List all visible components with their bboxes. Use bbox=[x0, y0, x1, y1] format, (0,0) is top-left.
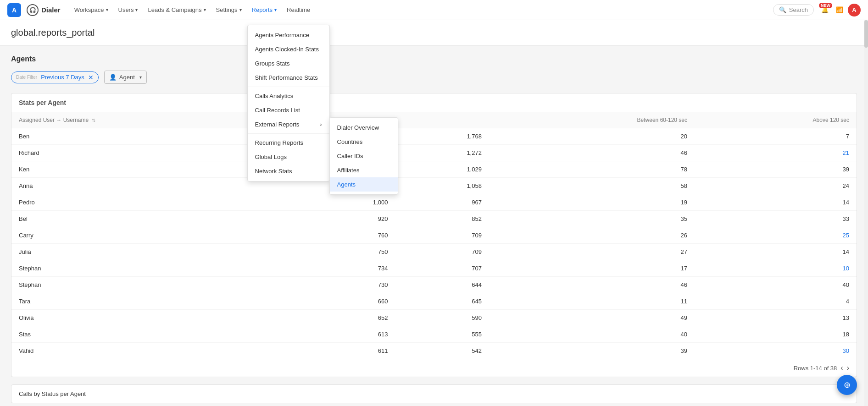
menu-item-recurring-reports[interactable]: Recurring Reports bbox=[248, 136, 329, 150]
chevron-down-icon: ▾ bbox=[135, 7, 138, 12]
table-row: Stephan 730 644 46 40 bbox=[11, 277, 857, 293]
cell-above: 33 bbox=[695, 211, 857, 227]
cell-between: 26 bbox=[489, 227, 695, 244]
nav-item-settings[interactable]: Settings ▾ bbox=[211, 5, 246, 15]
search-icon: 🔍 bbox=[779, 6, 786, 13]
submenu-agents[interactable]: Agents bbox=[330, 177, 398, 192]
pagination: Rows 1-14 of 38 ‹ › bbox=[11, 359, 857, 377]
cell-total: 1,000 bbox=[301, 194, 395, 211]
cell-name: Vahid bbox=[11, 343, 301, 359]
table-row: Carry 760 709 26 25 bbox=[11, 227, 857, 244]
menu-item-global-logs[interactable]: Global Logs bbox=[248, 150, 329, 164]
cell-above: 30 bbox=[695, 343, 857, 359]
menu-item-shift-performance[interactable]: Shift Performance Stats bbox=[248, 71, 329, 85]
table-row: Bel 920 852 35 33 bbox=[11, 211, 857, 227]
cell-col3: 707 bbox=[395, 260, 489, 277]
menu-item-agents-clocked-in[interactable]: Agents Clocked-In Stats bbox=[248, 42, 329, 56]
cell-above: 4 bbox=[695, 293, 857, 310]
submenu-affiliates[interactable]: Affiliates bbox=[330, 163, 398, 177]
cell-above: 14 bbox=[695, 194, 857, 211]
chevron-down-icon: ▾ bbox=[139, 75, 142, 80]
menu-item-network-stats[interactable]: Network Stats bbox=[248, 164, 329, 178]
table-row: Pedro 1,000 967 19 14 bbox=[11, 194, 857, 211]
menu-item-external-reports[interactable]: External Reports › Dialer Overview Count… bbox=[248, 117, 329, 132]
cell-total: 730 bbox=[301, 277, 395, 293]
cell-above: 13 bbox=[695, 310, 857, 326]
date-filter-label: Date Filter bbox=[16, 75, 37, 80]
col-3 bbox=[395, 112, 489, 128]
fab-button[interactable]: ⊕ bbox=[837, 375, 857, 395]
cell-col3: 852 bbox=[395, 211, 489, 227]
calls-status-label: Calls by Status per Agent bbox=[19, 390, 86, 397]
submenu-countries[interactable]: Countries bbox=[330, 135, 398, 149]
cell-above: 24 bbox=[695, 178, 857, 194]
cell-between: 46 bbox=[489, 145, 695, 161]
app-logo[interactable]: A bbox=[7, 3, 21, 17]
menu-item-call-records[interactable]: Call Records List bbox=[248, 103, 329, 117]
menu-item-agents-performance[interactable]: Agents Performance bbox=[248, 28, 329, 42]
table-row: Stephan 734 707 17 10 bbox=[11, 260, 857, 277]
cell-col3: 709 bbox=[395, 227, 489, 244]
menu-item-calls-analytics[interactable]: Calls Analytics bbox=[248, 89, 329, 103]
reports-dropdown: Agents Performance Agents Clocked-In Sta… bbox=[247, 25, 330, 181]
cell-col3: 1,272 bbox=[395, 145, 489, 161]
agent-filter[interactable]: 👤 Agent ▾ bbox=[104, 71, 147, 84]
table-row: Olivia 652 590 49 13 bbox=[11, 310, 857, 326]
dialer-brand: 🎧 Dialer bbox=[27, 4, 61, 16]
fab-icon: ⊕ bbox=[844, 380, 851, 390]
cell-between: 20 bbox=[489, 128, 695, 145]
scrollbar-track bbox=[864, 20, 868, 406]
cell-col3: 967 bbox=[395, 194, 489, 211]
cell-above: 40 bbox=[695, 277, 857, 293]
table-row: Richard 1,339 1,272 46 21 bbox=[11, 145, 857, 161]
table-row: Tara 660 645 11 4 bbox=[11, 293, 857, 310]
chevron-down-icon: ▾ bbox=[106, 7, 108, 12]
cell-name: Pedro bbox=[11, 194, 301, 211]
cell-above: 7 bbox=[695, 128, 857, 145]
agent-filter-label: Agent bbox=[119, 74, 135, 81]
cell-between: 39 bbox=[489, 343, 695, 359]
menu-item-groups-stats[interactable]: Groups Stats bbox=[248, 56, 329, 71]
cell-name: Carry bbox=[11, 227, 301, 244]
dialer-icon: 🎧 bbox=[27, 4, 39, 16]
cell-col3: 709 bbox=[395, 244, 489, 260]
col-above: Above 120 sec bbox=[695, 112, 857, 128]
table-heading: Stats per Agent bbox=[11, 93, 857, 112]
nav-item-leads[interactable]: Leads & Campaigns ▾ bbox=[143, 5, 210, 15]
date-filter-chip[interactable]: Date Filter Previous 7 Days ✕ bbox=[11, 71, 99, 83]
submenu-caller-ids[interactable]: Caller IDs bbox=[330, 149, 398, 163]
prev-page-button[interactable]: ‹ bbox=[840, 364, 843, 372]
dialer-label: Dialer bbox=[41, 6, 61, 14]
next-page-button[interactable]: › bbox=[847, 364, 849, 372]
submenu-dialer-overview[interactable]: Dialer Overview bbox=[330, 121, 398, 135]
cell-total: 750 bbox=[301, 244, 395, 260]
col-between: Between 60-120 sec bbox=[489, 112, 695, 128]
cell-name: Stas bbox=[11, 326, 301, 343]
cell-name: Stephan bbox=[11, 277, 301, 293]
external-reports-submenu: Dialer Overview Countries Caller IDs Aff… bbox=[329, 117, 398, 195]
cell-between: 49 bbox=[489, 310, 695, 326]
cell-total: 652 bbox=[301, 310, 395, 326]
cell-name: Tara bbox=[11, 293, 301, 310]
date-filter-value: Previous 7 Days bbox=[41, 74, 84, 81]
search-bar[interactable]: 🔍 Search bbox=[773, 4, 814, 16]
nav-item-reports[interactable]: Reports ▾ Agents Performance Agents Cloc… bbox=[247, 5, 282, 15]
sort-icon: ⇅ bbox=[92, 118, 95, 123]
scrollbar-thumb[interactable] bbox=[864, 20, 868, 48]
nav-item-users[interactable]: Users ▾ bbox=[114, 5, 143, 15]
user-avatar[interactable]: A bbox=[848, 4, 861, 16]
cell-col3: 645 bbox=[395, 293, 489, 310]
cell-between: 17 bbox=[489, 260, 695, 277]
cell-above: 21 bbox=[695, 145, 857, 161]
cell-between: 19 bbox=[489, 194, 695, 211]
stats-table-section: Stats per Agent Assigned User → Username… bbox=[11, 93, 857, 377]
cell-above: 14 bbox=[695, 244, 857, 260]
cell-name: Stephan bbox=[11, 260, 301, 277]
nav-item-realtime[interactable]: Realtime bbox=[282, 5, 315, 15]
notification-button[interactable]: 🔔 NEW bbox=[818, 4, 831, 16]
cell-between: 58 bbox=[489, 178, 695, 194]
date-filter-clear[interactable]: ✕ bbox=[88, 74, 94, 81]
table-header-row: Assigned User → Username ⇅ To... Between… bbox=[11, 112, 857, 128]
page-header: global.reports_portal bbox=[0, 20, 868, 46]
nav-item-workspace[interactable]: Workspace ▾ bbox=[70, 5, 113, 15]
